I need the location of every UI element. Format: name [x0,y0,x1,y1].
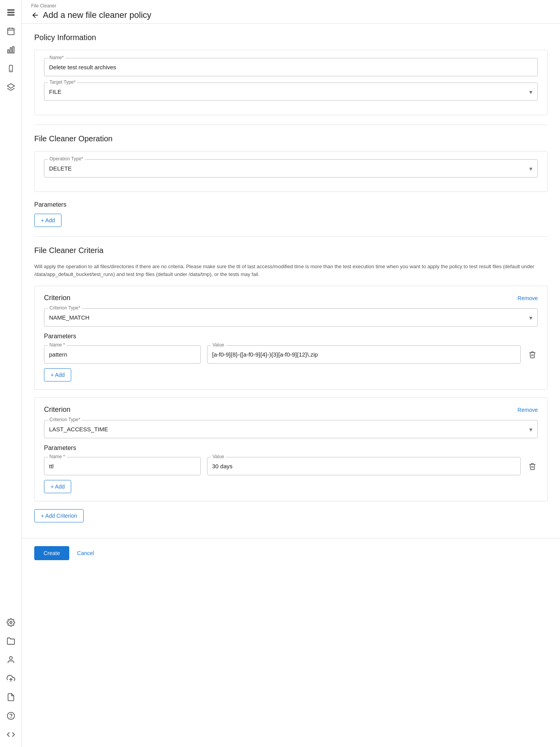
file-cleaner-criteria-title: File Cleaner Criteria [34,246,548,255]
policy-information-title: Policy Information [34,33,548,42]
param-value-input-2-1[interactable] [207,457,521,475]
criterion-card-1: Criterion Remove Criterion Type* NAME_MA… [34,286,548,390]
criteria-info-text: Will apply the operation to all files/di… [34,263,548,278]
svg-rect-8 [10,48,12,53]
svg-rect-1 [7,12,14,13]
sidebar-icon-folder[interactable] [3,633,19,649]
svg-rect-9 [12,47,14,53]
page-title: Add a new file cleaner policy [43,10,151,20]
top-parameters-title: Parameters [34,201,548,208]
add-criterion-row: + Add Criterion [34,509,548,529]
operation-type-select-wrapper: DELETE MOVE COMPRESS [44,159,538,178]
criterion-type-field-group-2: Criterion Type* NAME_MATCH LAST_ACCESS_T… [44,420,538,438]
sidebar-icon-document[interactable] [3,689,19,705]
criterion-params-title-1: Parameters [44,333,538,340]
back-button[interactable] [31,11,40,19]
criterion-type-label-2: Criterion Type* [48,417,82,422]
sidebar [0,0,22,747]
breadcrumb: File Cleaner [31,3,548,9]
sidebar-icon-layers[interactable] [3,79,19,95]
param-value-label-2-1: Value [211,454,226,459]
name-label: Name* [48,55,65,60]
svg-marker-12 [7,84,14,88]
criterion-title-1: Criterion [44,294,70,302]
operation-type-select[interactable]: DELETE MOVE COMPRESS [44,159,538,178]
sidebar-icon-settings[interactable] [3,615,19,630]
operation-type-field-group: Operation Type* DELETE MOVE COMPRESS [44,159,538,178]
sidebar-icon-person[interactable] [3,652,19,668]
file-cleaner-operation-card: Operation Type* DELETE MOVE COMPRESS [34,151,548,192]
param-name-label-2-1: Name * [48,454,67,459]
criterion-remove-button-2[interactable]: Remove [518,407,538,413]
param-name-field-2-1: Name * [44,457,201,475]
svg-rect-2 [7,15,14,16]
sidebar-icon-phone[interactable] [3,61,19,76]
target-type-select-wrapper: FILE DIRECTORY [44,83,538,101]
sidebar-icon-upload[interactable] [3,671,19,686]
param-name-field-1-1: Name * [44,345,201,364]
name-input[interactable] [44,58,538,76]
top-parameters-add-button[interactable]: + Add [34,214,61,227]
param-value-label-1-1: Value [211,342,226,348]
svg-point-13 [10,621,12,624]
operation-type-label: Operation Type* [48,156,85,162]
cancel-button[interactable]: Cancel [74,546,97,560]
create-button[interactable]: Create [34,546,69,560]
criterion-card-2: Criterion Remove Criterion Type* NAME_MA… [34,397,548,501]
target-type-field-group: Target Type* FILE DIRECTORY [44,83,538,101]
param-name-label-1-1: Name * [48,342,67,348]
criterion-type-select-2[interactable]: NAME_MATCH LAST_ACCESS_TIME LAST_MODIFIE… [44,420,538,438]
target-type-label: Target Type* [48,79,77,85]
page-header: File Cleaner Add a new file cleaner poli… [22,0,560,24]
criterion-add-param-button-1[interactable]: + Add [44,368,71,381]
criterion-remove-button-1[interactable]: Remove [518,295,538,301]
sidebar-icon-help[interactable] [3,708,19,724]
svg-point-14 [9,657,12,659]
svg-rect-0 [7,10,14,11]
top-parameters-section: Parameters + Add [34,201,548,227]
file-cleaner-operation-title: File Cleaner Operation [34,134,548,143]
param-name-input-2-1[interactable] [44,457,201,475]
target-type-select[interactable]: FILE DIRECTORY [44,83,538,101]
sidebar-icon-code[interactable] [3,727,19,742]
name-field-group: Name* [44,58,538,76]
form-body: Policy Information Name* Target Type* FI… [22,24,560,538]
criterion-params-title-2: Parameters [44,445,538,452]
criterion-add-param-button-2[interactable]: + Add [44,480,71,493]
param-delete-button-2-1[interactable] [527,461,538,472]
param-value-field-2-1: Value [207,457,521,475]
param-row-2-1: Name * Value [44,457,538,475]
param-delete-button-1-1[interactable] [527,349,538,360]
bottom-actions: Create Cancel [22,538,560,568]
criterion-type-select-wrapper-2: NAME_MATCH LAST_ACCESS_TIME LAST_MODIFIE… [44,420,538,438]
policy-information-card: Name* Target Type* FILE DIRECTORY [34,50,548,115]
criterion-type-select-1[interactable]: NAME_MATCH LAST_ACCESS_TIME LAST_MODIFIE… [44,308,538,327]
add-criterion-button[interactable]: + Add Criterion [34,509,84,522]
main-content: File Cleaner Add a new file cleaner poli… [22,0,560,747]
param-value-input-1-1[interactable] [207,345,521,364]
sidebar-icon-calendar[interactable] [3,23,19,39]
param-name-input-1-1[interactable] [44,345,201,364]
criterion-type-field-group-1: Criterion Type* NAME_MATCH LAST_ACCESS_T… [44,308,538,327]
criterion-title-2: Criterion [44,406,70,414]
criterion-type-label-1: Criterion Type* [48,305,82,311]
sidebar-icon-chart[interactable] [3,42,19,58]
param-row-1-1: Name * Value [44,345,538,364]
criterion-type-select-wrapper-1: NAME_MATCH LAST_ACCESS_TIME LAST_MODIFIE… [44,308,538,327]
sidebar-icon-list[interactable] [3,5,19,20]
criterion-header-1: Criterion Remove [44,294,538,302]
param-value-field-1-1: Value [207,345,521,364]
criterion-header-2: Criterion Remove [44,406,538,414]
svg-rect-7 [7,50,9,53]
svg-rect-3 [7,28,14,35]
